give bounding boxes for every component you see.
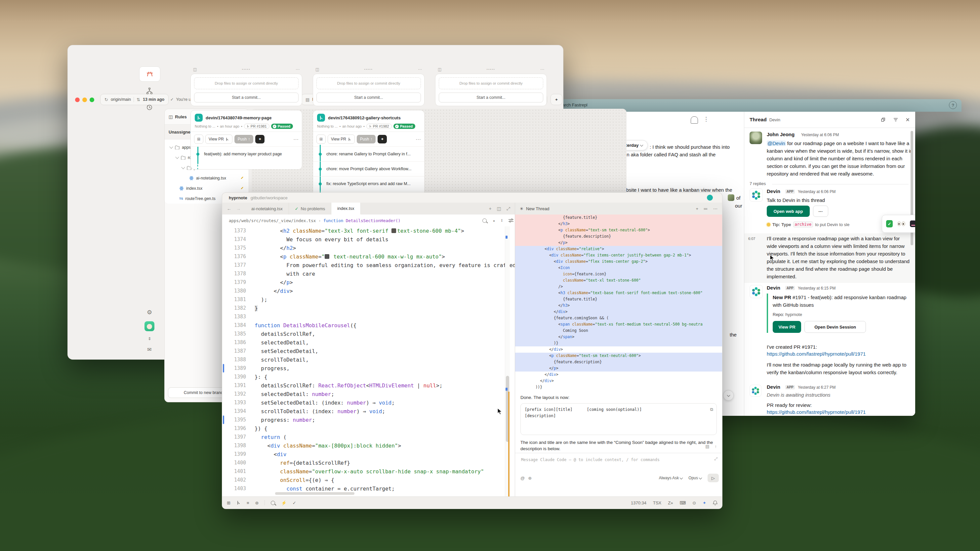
tree-file-row[interactable]: index.tsx (165, 183, 249, 193)
diff-line[interactable]: </span> (515, 334, 722, 340)
slack-search-input[interactable]: Search Fastrepl (561, 102, 587, 107)
diff-line[interactable]: {feature.comingSoon && ( (515, 315, 722, 321)
commit-row[interactable]: feat(web): add memory layer product page (191, 146, 302, 161)
diff-line[interactable]: <div className="flex items-center gap-2"… (515, 259, 722, 265)
mention-context-icon[interactable]: @ (520, 476, 525, 481)
commit-row[interactable]: chore: rename Gallery to Prompt Gallery … (313, 146, 424, 161)
tab-diagnostics[interactable]: ✓No problems (289, 203, 332, 214)
open-web-app-button[interactable]: Open web app (767, 206, 810, 217)
message-author[interactable]: Devin (767, 384, 780, 390)
code-line[interactable]: 1380 </div> (222, 287, 515, 295)
tab-index-tsx[interactable]: index.tsx (331, 203, 360, 214)
diff-line[interactable]: {feature.title} (515, 296, 722, 302)
diff-line[interactable]: ))} (515, 384, 722, 391)
diff-line[interactable]: className="text-xl text-stone-600" (515, 277, 722, 284)
pr-badge[interactable]: PR #1981 (244, 124, 269, 129)
view-pr-button[interactable]: View PR (773, 321, 801, 333)
eyes-emoji-reaction[interactable] (897, 221, 905, 226)
message-gutter-time[interactable]: 6:07 (748, 237, 755, 241)
close-window-button[interactable] (75, 97, 80, 102)
assistant-message-input[interactable] (520, 457, 694, 462)
diff-line[interactable]: </h3> (515, 221, 722, 227)
diff-line[interactable]: <span className="text-xs font-medium tex… (515, 321, 722, 327)
message-author[interactable]: Devin (767, 285, 780, 291)
message-author[interactable]: Devin (767, 188, 780, 194)
collapse-lane-icon[interactable]: ◫ (193, 67, 197, 72)
code-line[interactable]: 1402 onScroll={(e) ⇒ { (222, 476, 515, 484)
ai-predict-label[interactable]: Z» (668, 500, 673, 505)
branch-name[interactable]: devin/1764380912-gallery-shortcuts (328, 115, 401, 120)
diff-line[interactable]: )} (515, 340, 722, 346)
collab-panel-icon[interactable]: ⊚ (255, 500, 259, 505)
expand-input-icon[interactable]: ⤢ (714, 456, 718, 461)
sidebar-item-branches[interactable] (139, 84, 160, 98)
close-icon[interactable]: ✕ (905, 117, 910, 123)
breadcrumb[interactable]: apps/web/src/routes/_view/index.tsx › fu… (222, 214, 522, 226)
message-actions-toolbar[interactable]: ✓ ☺+ ⋮ (882, 215, 915, 233)
diff-line[interactable]: {feature.description} (515, 359, 722, 365)
code-line[interactable]: 1393 setSelectedDetail: (index: number) … (222, 398, 515, 407)
code-line[interactable]: 1400 ref={detailsScrollRef} (222, 459, 515, 467)
nav-back-icon[interactable]: ← (227, 206, 231, 211)
code-line[interactable]: 1399 <div (222, 450, 515, 459)
start-commit-button[interactable]: Start a commit... (194, 92, 299, 102)
tab-ai-notetaking[interactable]: ai-notetaking.tsx (245, 203, 289, 214)
new-tab-icon[interactable]: + (489, 206, 491, 211)
drag-handle[interactable]: ••••• (197, 68, 296, 71)
code-line[interactable]: 1384function DetailsMobileCarousel({ (222, 321, 515, 330)
diff-line[interactable]: </div> (515, 309, 722, 315)
filter-icon[interactable] (893, 117, 898, 122)
model-select[interactable]: Opus (688, 476, 702, 480)
collaborator-avatar[interactable] (707, 195, 713, 201)
ci-status-badge[interactable]: ✓Passed (271, 124, 293, 129)
code-line[interactable]: 1376 <p className=" text-neutral-600 max… (222, 252, 515, 261)
code-line[interactable]: 1397 return ( (222, 433, 515, 441)
collapse-lane-icon[interactable]: ◫ (438, 67, 441, 72)
code-line[interactable]: 1374 We focus on every bit of details (222, 235, 515, 244)
language-mode[interactable]: TSX (653, 500, 661, 505)
inline-assist-icon[interactable]: ✦ (493, 218, 495, 223)
code-line[interactable]: 1377 From powerful editing to seamless o… (222, 261, 515, 269)
diff-line[interactable]: </div> (515, 378, 722, 384)
permission-mode-select[interactable]: Always Ask (659, 476, 683, 480)
tree-file-row[interactable]: ai-notetaking.tsx (165, 173, 249, 183)
code-line[interactable]: 1386 selectedDetail, (222, 338, 515, 347)
assistant-sparkle-icon[interactable]: ✦ (703, 500, 706, 505)
copy-icon[interactable]: ⧉ (710, 406, 713, 413)
view-pr-button[interactable]: View PR (328, 135, 355, 144)
diff-line[interactable]: <p className="text-sm text-neutral-600"> (515, 353, 722, 359)
zoom-window-button[interactable] (90, 97, 94, 102)
assistant-menu-icon[interactable]: ⋯ (713, 206, 718, 211)
lane-menu-icon[interactable]: ⋯ (418, 67, 422, 72)
code-line[interactable]: 1379 </p> (222, 278, 515, 287)
markdown-copy-icon[interactable]: ▤ (705, 444, 709, 449)
check-emoji-reaction[interactable]: ✓ (886, 220, 893, 227)
more-options-icon[interactable]: ⋮ (703, 116, 709, 122)
code-line[interactable]: 1390}: { (222, 373, 515, 381)
ai-sparkle-button[interactable]: ✦ (378, 135, 387, 143)
start-commit-button[interactable]: Start a commit... (317, 92, 421, 102)
horizontal-scrollbar[interactable] (275, 492, 355, 495)
code-line[interactable]: 1388 scrollToDetail, (222, 355, 515, 364)
expand-icon[interactable]: ⤢ (506, 206, 510, 211)
commit-details-button[interactable]: ⊞ (317, 135, 326, 144)
push-button[interactable]: Push ↑ (357, 135, 375, 143)
technologist-emoji-reaction[interactable] (910, 221, 915, 227)
message-timestamp[interactable]: Yesterday at 6:06 PM (798, 189, 835, 194)
code-line[interactable]: 1378 with care (222, 269, 515, 278)
nav-forward-icon[interactable]: → (236, 206, 241, 211)
pr-badge[interactable]: PR #1982 (366, 124, 392, 129)
code-line[interactable]: 1385 detailsScrollRef, (222, 330, 515, 338)
code-line[interactable]: 1398 <div className="max-[800px]:block h… (222, 441, 515, 450)
message-more-button[interactable]: ··· (813, 206, 828, 217)
project-panel-icon[interactable]: ⊞ (227, 500, 231, 505)
popout-icon[interactable] (880, 117, 886, 122)
editor-titlebar[interactable]: hyprnote gitbutler/workspace (222, 193, 722, 203)
start-commit-button[interactable]: Start a commit... (439, 92, 543, 102)
notifications-bell-icon[interactable] (713, 500, 718, 505)
commit-row[interactable]: fix: resolve TypeScript errors and add r… (313, 176, 424, 191)
editor-scrollbar[interactable] (505, 226, 510, 497)
diff-line[interactable]: {feature.title} (515, 214, 722, 221)
drop-files-zone[interactable]: Drop files to assign or commit directly (317, 77, 421, 89)
pr-link[interactable]: https://github.com/fastrepl/hyprnote/pul… (767, 409, 865, 415)
